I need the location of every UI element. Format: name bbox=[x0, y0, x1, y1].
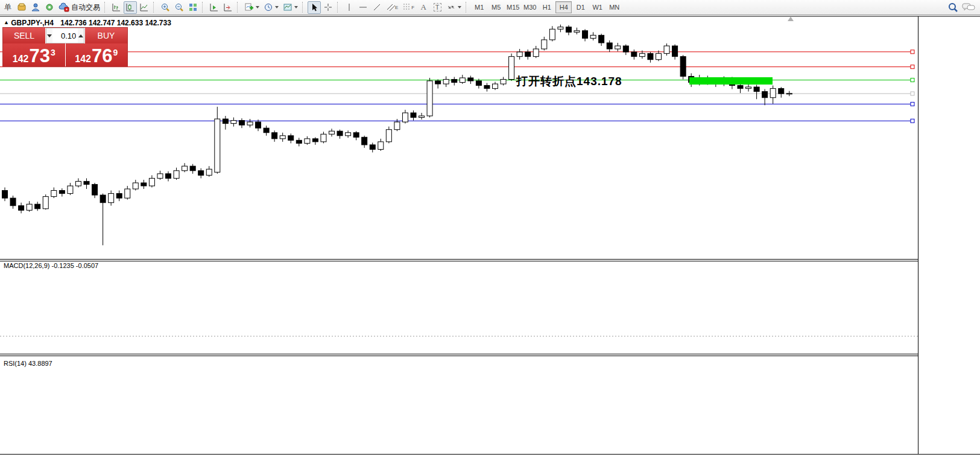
volume-decrease-button[interactable] bbox=[46, 28, 52, 43]
new-order-label: 单 bbox=[4, 4, 11, 11]
tile-windows-icon bbox=[188, 2, 198, 12]
volume-input[interactable] bbox=[52, 28, 78, 43]
toolbar-separator bbox=[202, 2, 205, 13]
fibonacci-tool[interactable]: F bbox=[400, 1, 416, 14]
buy-price-big: 76 bbox=[92, 46, 112, 65]
zoom-out-icon bbox=[174, 2, 184, 12]
text-label-tool[interactable]: T bbox=[431, 1, 444, 14]
zoom-in-button[interactable] bbox=[159, 1, 172, 14]
sell-price-prefix: 142 bbox=[13, 54, 29, 64]
dropdown-arrow-icon bbox=[256, 6, 259, 8]
horizontal-line-icon bbox=[358, 3, 368, 11]
candlestick-chart-button[interactable] bbox=[124, 1, 137, 14]
auto-scroll-icon bbox=[209, 2, 219, 12]
profile-icon-button[interactable] bbox=[29, 1, 42, 14]
clock-icon bbox=[264, 2, 273, 12]
bar-chart-button[interactable] bbox=[110, 1, 123, 14]
indicators-icon bbox=[244, 2, 254, 12]
tile-windows-button[interactable] bbox=[186, 1, 200, 14]
volume-increase-button[interactable] bbox=[78, 28, 84, 43]
horizontal-line-tool[interactable] bbox=[356, 1, 370, 14]
macd-indicator-label: MACD(12,26,9) -0.1235 -0.0507 bbox=[4, 262, 98, 269]
autotrading-button[interactable]: 自动交易 bbox=[57, 1, 102, 14]
templates-button[interactable] bbox=[281, 1, 300, 14]
mt4-window: { "toolbar": { "order_partial_label": "单… bbox=[0, 0, 980, 463]
auto-scroll-button[interactable] bbox=[207, 1, 221, 14]
vertical-line-tool[interactable] bbox=[343, 1, 356, 14]
buy-button[interactable]: BUY bbox=[85, 28, 127, 43]
symbol-marker-icon: ▲ bbox=[4, 19, 9, 25]
line-handle bbox=[911, 119, 914, 123]
journal-icon[interactable] bbox=[15, 1, 28, 14]
symbol-period-label: GBPJPY-,H4 bbox=[11, 19, 54, 27]
sell-button[interactable]: SELL bbox=[3, 28, 45, 43]
signals-icon bbox=[45, 2, 54, 12]
chart-canvas[interactable] bbox=[0, 16, 980, 463]
sell-price-pip: 3 bbox=[51, 48, 55, 57]
cursor-tool-button[interactable] bbox=[308, 1, 321, 14]
line-chart-icon bbox=[139, 2, 149, 12]
new-order-button[interactable]: 单 bbox=[1, 1, 14, 14]
toolbar-separator bbox=[337, 2, 340, 13]
chat-icon[interactable] bbox=[962, 2, 975, 13]
profile-icon bbox=[31, 2, 40, 12]
line-handle bbox=[911, 65, 914, 69]
cursor-icon bbox=[310, 3, 318, 12]
zoom-in-icon bbox=[160, 2, 170, 12]
dropdown-arrow-icon bbox=[458, 6, 461, 8]
sell-price-big: 73 bbox=[29, 46, 49, 65]
templates-icon bbox=[283, 2, 292, 12]
toolbar-separator bbox=[237, 2, 240, 13]
dropdown-arrow-icon bbox=[275, 6, 279, 8]
volume-stepper bbox=[46, 28, 84, 43]
tf-w1-button[interactable]: W1 bbox=[589, 1, 605, 13]
text-label-icon: T bbox=[434, 3, 441, 11]
triangle-down-icon bbox=[47, 34, 52, 37]
indicators-button[interactable] bbox=[242, 1, 261, 14]
tf-m15-button[interactable]: M15 bbox=[505, 1, 521, 13]
tf-h4-button[interactable]: H4 bbox=[555, 1, 572, 13]
chart-shift-button[interactable] bbox=[221, 1, 235, 14]
toolbar-separator bbox=[104, 2, 107, 13]
candlestick-chart-icon bbox=[125, 2, 135, 12]
macd-name: MACD(12,26,9) bbox=[4, 262, 49, 269]
line-handle bbox=[911, 78, 914, 82]
toolbar-separator bbox=[153, 2, 156, 13]
arrows-icon bbox=[446, 2, 456, 12]
text-tool-icon: A bbox=[421, 2, 426, 12]
triangle-up-icon bbox=[78, 34, 83, 37]
line-handle bbox=[911, 50, 914, 54]
tf-m5-button[interactable]: M5 bbox=[488, 1, 504, 13]
toolbar-separator bbox=[466, 2, 469, 13]
arrows-tool[interactable] bbox=[444, 1, 463, 14]
sell-price-button[interactable]: 142 73 3 bbox=[3, 43, 65, 66]
trendline-tool[interactable] bbox=[370, 1, 384, 14]
channel-tool[interactable]: E bbox=[384, 1, 400, 14]
zoom-out-button[interactable] bbox=[172, 1, 186, 14]
periods-button[interactable] bbox=[262, 1, 280, 14]
tf-h1-button[interactable]: H1 bbox=[539, 1, 555, 13]
rsi-indicator-label: RSI(14) 43.8897 bbox=[4, 360, 52, 367]
tf-m1-button[interactable]: M1 bbox=[471, 1, 487, 13]
signals-button[interactable] bbox=[43, 1, 56, 14]
tf-m30-button[interactable]: M30 bbox=[522, 1, 538, 13]
one-click-trading-panel: SELL BUY 142 73 3 142 76 9 bbox=[2, 27, 128, 67]
line-chart-button[interactable] bbox=[138, 1, 151, 14]
highlight-zone bbox=[689, 77, 773, 85]
journal-icon bbox=[17, 2, 27, 12]
rsi-value: 43.8897 bbox=[28, 360, 52, 367]
rsi-name: RSI(14) bbox=[4, 360, 27, 367]
main-toolbar: 单 自动交易 bbox=[0, 0, 980, 15]
trendline-icon bbox=[372, 2, 382, 12]
tf-d1-button[interactable]: D1 bbox=[572, 1, 589, 13]
crosshair-tool-button[interactable] bbox=[321, 1, 335, 14]
dropdown-arrow-icon bbox=[294, 6, 298, 8]
buy-price-pip: 9 bbox=[113, 48, 118, 57]
buy-price-button[interactable]: 142 76 9 bbox=[66, 43, 128, 66]
tf-mn-button[interactable]: MN bbox=[606, 1, 622, 13]
text-tool[interactable]: A bbox=[417, 1, 430, 14]
search-icon[interactable] bbox=[947, 2, 958, 13]
chart-shift-icon bbox=[223, 2, 233, 12]
toolbar-separator bbox=[302, 2, 305, 13]
chart-annotation-text[interactable]: 打开转折点143.178 bbox=[516, 74, 622, 89]
